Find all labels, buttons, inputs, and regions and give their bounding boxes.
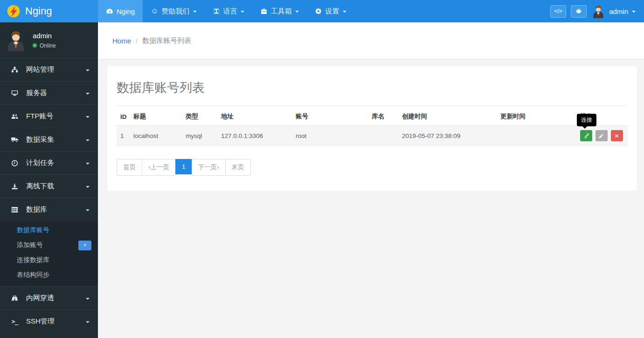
sidebar-item-cron[interactable]: 计划任务 — [0, 151, 98, 174]
truck-icon — [10, 136, 19, 144]
caret-down-icon — [86, 139, 90, 141]
col-header-account: 账号 — [292, 107, 368, 126]
avatar — [591, 4, 605, 18]
sidebar-item-db-add-account[interactable]: 添加账号 + — [0, 238, 98, 253]
nav-item-nging[interactable]: Nging — [98, 0, 143, 22]
cell-id: 1 — [117, 126, 130, 146]
gear-icon — [315, 7, 322, 15]
col-header-updated: 更新时间 — [497, 107, 576, 126]
title-divider — [117, 105, 628, 106]
cell-updated — [497, 126, 576, 146]
connect-button[interactable] — [580, 130, 592, 141]
pagination-prev[interactable]: ‹上一页 — [142, 159, 176, 176]
sidebar-item-label: 内网穿透 — [26, 294, 54, 303]
sidebar-item-label: 网站管理 — [26, 65, 54, 74]
pagination-prev-link[interactable]: ‹上一页 — [142, 159, 176, 176]
language-icon — [213, 7, 220, 15]
pagination-page-1[interactable]: 1 — [176, 159, 192, 176]
breadcrumb: Home / 数据库账号列表 — [98, 22, 644, 59]
sidebar-item-download[interactable]: 离线下载 — [0, 174, 98, 198]
nav-item-settings[interactable]: 设置 — [307, 0, 354, 22]
sidebar-item-db-accounts[interactable]: 数据库账号 — [0, 223, 98, 238]
pagination-first-link[interactable]: 首页 — [117, 159, 142, 176]
pagination-last[interactable]: 末页 — [226, 159, 251, 176]
pagination-next-link[interactable]: 下一页› — [192, 159, 226, 176]
col-header-type: 类型 — [182, 107, 217, 126]
delete-button[interactable] — [611, 130, 623, 141]
online-dot-icon — [33, 43, 37, 48]
sidebar-item-db-schema-sync[interactable]: 表结构同步 — [0, 268, 98, 283]
table-row[interactable]: 1 localhost mysql 127.0.0.1:3306 root 20… — [117, 126, 628, 146]
page-title: 数据库账号列表 — [117, 79, 628, 96]
debug-button[interactable] — [571, 5, 587, 18]
submenu-item-label: 表结构同步 — [17, 271, 49, 279]
code-button[interactable]: </> — [550, 5, 566, 18]
caret-down-icon — [86, 321, 90, 323]
sidebar-item-websites[interactable]: 网站管理 — [0, 58, 98, 81]
close-icon — [614, 133, 620, 139]
content-area: Home / 数据库账号列表 数据库账号列表 ID 标题 类型 地址 — [98, 22, 644, 338]
sidebar-user-info: admin Online — [33, 32, 56, 49]
user-menu[interactable]: admin — [591, 4, 636, 18]
online-label: Online — [40, 42, 56, 49]
add-account-button[interactable]: + — [78, 241, 91, 250]
sidebar-user-panel: admin Online — [0, 22, 98, 58]
sidebar-item-server[interactable]: 服务器 — [0, 81, 98, 104]
brand[interactable]: Nging — [0, 0, 98, 22]
toolbox-icon — [260, 7, 268, 15]
sidebar-user-name: admin — [33, 32, 56, 40]
sidebar-menu: 网站管理 服务器 FTP账号 数据采集 — [0, 58, 98, 333]
col-header-created: 创建时间 — [398, 107, 497, 126]
binoculars-icon — [10, 294, 19, 302]
pagination-current-link[interactable]: 1 — [175, 159, 192, 174]
caret-down-icon — [343, 11, 346, 13]
pagination: 首页 ‹上一页 1 下一页› 末页 — [117, 159, 628, 176]
sidebar-item-label: 离线下载 — [26, 182, 54, 191]
caret-down-icon — [295, 11, 299, 13]
cell-address: 127.0.0.1:3306 — [217, 126, 292, 146]
sidebar-item-collector[interactable]: 数据采集 — [0, 128, 98, 151]
submenu-item-label: 连接数据库 — [17, 256, 49, 264]
sidebar-submenu-database: 数据库账号 添加账号 + 连接数据库 表结构同步 — [0, 221, 98, 286]
nav-item-label: 设置 — [325, 7, 339, 16]
sidebar-item-db-connect[interactable]: 连接数据库 — [0, 253, 98, 268]
pagination-first[interactable]: 首页 — [117, 159, 142, 176]
sidebar-item-frp[interactable]: 内网穿透 — [0, 286, 98, 310]
sidebar-item-ssh[interactable]: >_ SSH管理 — [0, 310, 98, 333]
nav-item-language[interactable]: 语言 — [205, 0, 252, 22]
sidebar-item-label: 数据库 — [26, 205, 47, 214]
nav-menu: Nging ☺ 赞助我们 语言 工具箱 设置 — [98, 0, 354, 22]
nav-item-label: 工具箱 — [271, 7, 292, 16]
pagination-next[interactable]: 下一页› — [192, 159, 226, 176]
breadcrumb-separator: / — [136, 37, 138, 45]
caret-down-icon — [86, 116, 90, 118]
sidebar-item-database[interactable]: 数据库 — [0, 198, 98, 221]
code-icon: </> — [554, 8, 562, 14]
server-icon — [10, 89, 19, 97]
cell-actions: 连接 — [576, 126, 628, 146]
caret-down-icon — [86, 93, 90, 95]
breadcrumb-current: 数据库账号列表 — [142, 36, 191, 45]
sidebar-item-label: 服务器 — [26, 89, 47, 97]
connect-tooltip: 连接 — [577, 114, 596, 126]
brand-label: Nging — [25, 5, 52, 17]
db-accounts-table: ID 标题 类型 地址 账号 库名 创建时间 更新时间 操作 1 localho — [117, 107, 628, 146]
caret-down-icon — [241, 11, 244, 13]
sidebar-item-ftp[interactable]: FTP账号 — [0, 104, 98, 128]
caret-down-icon — [86, 163, 90, 165]
main-background: 数据库账号列表 ID 标题 类型 地址 账号 库名 创建时间 — [98, 66, 644, 338]
caret-down-icon — [193, 11, 197, 13]
user-name-label: admin — [609, 7, 628, 15]
breadcrumb-home-link[interactable]: Home — [112, 37, 131, 45]
submenu-item-label: 数据库账号 — [17, 226, 49, 235]
bug-icon — [575, 8, 582, 14]
pagination-last-link[interactable]: 末页 — [225, 159, 251, 176]
sidebar-item-label: FTP账号 — [26, 112, 53, 121]
caret-down-icon — [86, 186, 90, 188]
edit-button[interactable] — [596, 130, 608, 141]
nav-item-toolbox[interactable]: 工具箱 — [252, 0, 307, 22]
caret-down-icon — [86, 209, 90, 211]
sidebar: admin Online 网站管理 服务器 FTP账号 — [0, 22, 98, 338]
nav-item-sponsor[interactable]: ☺ 赞助我们 — [143, 0, 204, 22]
clock-icon — [10, 159, 19, 167]
